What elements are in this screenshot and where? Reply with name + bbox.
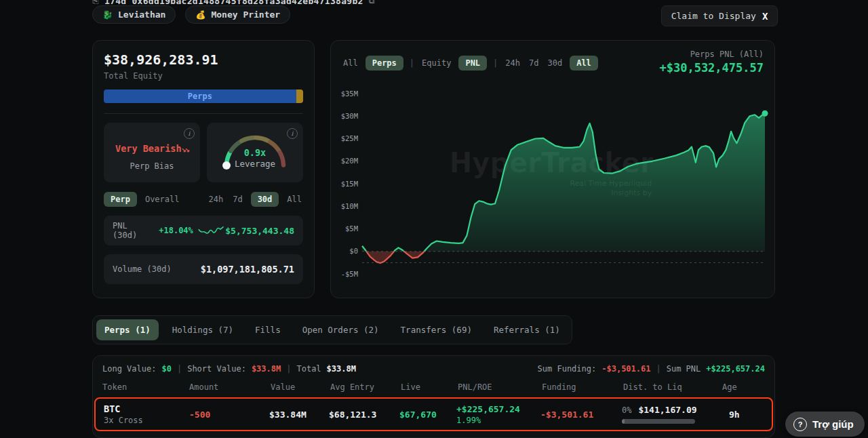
total-equity-label: Total Equity	[104, 71, 303, 81]
column-header: Age	[722, 382, 765, 392]
tab-holdings-7-[interactable]: Holdings (7)	[164, 319, 241, 340]
avg-entry-cell: $68,121.3	[329, 410, 399, 420]
svg-text:$0: $0	[349, 247, 358, 255]
tab-transfers-69-[interactable]: Transfers (69)	[393, 319, 480, 340]
positions-table: Long Value: $0| Short Value: $33.8M| Tot…	[92, 355, 775, 438]
tag-label: Leviathan	[118, 9, 165, 20]
chart-filter-all[interactable]: All	[570, 56, 598, 71]
perp-bias-card: i Very Bearish↘↘ Perp Bias	[104, 123, 200, 182]
pnl-sparkline	[197, 224, 225, 237]
summary-label: Total	[296, 364, 321, 374]
filter-divider: |	[493, 58, 498, 68]
chart-filter-24h[interactable]: 24h	[504, 56, 521, 71]
profile-tags: 🐉 Leviathan 💰 Money Printer	[92, 5, 290, 24]
claim-label: Claim to Display	[671, 11, 756, 21]
summary-label: Sum Funding:	[538, 364, 597, 374]
volume-value: $1,097,181,805.71	[201, 264, 294, 275]
perp-bias-label: Perp Bias	[104, 161, 200, 171]
age-cell: 9h	[721, 410, 764, 420]
column-header: Amount	[189, 382, 271, 392]
token-cell: BTC3x Cross	[104, 403, 189, 425]
funding-cell: -$3,501.61	[540, 410, 622, 420]
filter-divider: |	[410, 58, 414, 68]
summary-value: $33.8M	[252, 364, 281, 374]
table-header-row: TokenAmountValueAvg EntryLivePNL/ROEFund…	[93, 382, 774, 392]
allocation-other-segment	[296, 89, 303, 103]
column-header: Funding	[542, 382, 623, 392]
table-row[interactable]: BTC3x Cross -500 $33.84M $68,121.3 $67,6…	[94, 397, 773, 431]
chart-filter-30d[interactable]: 30d	[546, 56, 564, 71]
pnl-percent: +18.04%	[159, 226, 193, 235]
live-price-cell: $67,670	[399, 410, 456, 420]
summary-label: Sum PNL	[667, 364, 701, 374]
allocation-label: Perps	[188, 92, 212, 101]
volume-label: Volume (30d)	[113, 264, 172, 274]
pnl-label: PNL (30d)	[113, 221, 154, 240]
chart-filter-all[interactable]: All	[342, 56, 359, 71]
separator: |	[177, 364, 182, 374]
svg-text:$35M: $35M	[341, 89, 358, 98]
chart-filter-perps[interactable]: Perps	[366, 56, 403, 71]
x-logo-icon: X	[762, 11, 768, 22]
separator: |	[656, 364, 660, 374]
chart-filter-7d[interactable]: 7d	[528, 56, 540, 71]
pnl-chart-panel: AllPerps|EquityPNL|24h7d30dAll Perps PNL…	[330, 40, 775, 298]
svg-text:$10M: $10M	[341, 202, 358, 210]
equity-panel: $38,926,283.91 Total Equity Perps i Very…	[92, 40, 315, 298]
scope-tab-overall[interactable]: Overall	[144, 192, 181, 207]
column-header: Dist. to Liq	[623, 382, 722, 392]
allocation-bar: Perps	[104, 89, 303, 103]
column-header: Avg Entry	[330, 382, 401, 392]
pnl-value: $5,753,443.48	[225, 226, 294, 236]
profile-tag[interactable]: 💰 Money Printer	[185, 5, 290, 24]
svg-text:-$5M: -$5M	[341, 270, 358, 278]
leverage-value: 0.9x	[207, 147, 303, 158]
positions-summary-left: Long Value: $0| Short Value: $33.8M| Tot…	[102, 364, 356, 374]
question-icon: ?	[793, 418, 807, 431]
tab-referrals-1-[interactable]: Referrals (1)	[486, 319, 568, 340]
volume-30d-row: Volume (30d) $1,097,181,805.71	[104, 254, 303, 284]
help-button[interactable]: ? Trợ giúp	[785, 412, 865, 437]
summary-label: Long Value:	[102, 364, 156, 374]
svg-text:$5M: $5M	[345, 224, 358, 233]
link-icon: ⎘	[92, 0, 99, 5]
allocation-perps-segment: Perps	[104, 89, 296, 103]
chart-summary-label: Perps PNL (All)	[659, 49, 764, 59]
info-icon[interactable]: i	[184, 128, 195, 139]
positions-tabs: Perps (1)Holdings (7)FillsOpen Orders (2…	[92, 315, 572, 344]
svg-text:$20M: $20M	[341, 157, 358, 165]
period-tab-7d[interactable]: 7d	[231, 192, 243, 207]
tab-fills[interactable]: Fills	[247, 319, 289, 340]
summary-value: $33.8M	[327, 364, 356, 374]
profile-tag[interactable]: 🐉 Leviathan	[92, 5, 176, 24]
help-label: Trợ giúp	[812, 418, 854, 430]
divider	[104, 113, 303, 114]
tab-perps-1-[interactable]: Perps (1)	[96, 319, 159, 340]
tab-open-orders-2-[interactable]: Open Orders (2)	[294, 319, 387, 340]
period-tab-24h[interactable]: 24h	[207, 192, 224, 207]
perp-bias-value: Very Bearish↘↘	[104, 143, 200, 154]
positions-summary-right: Sum Funding: -$3,501.61| Sum PNL +$225,6…	[538, 364, 765, 374]
chart-filter-equity[interactable]: Equity	[420, 56, 452, 71]
pnl-area-chart[interactable]: $35M$30M$25M$20M$15M$10M$5M$0-$5M HyperT…	[335, 84, 772, 296]
copy-icon[interactable]: ⧉	[369, 0, 375, 5]
summary-label: Short Value:	[187, 364, 246, 374]
chart-summary: Perps PNL (All) +$30,532,475.57	[659, 49, 764, 75]
svg-text:$25M: $25M	[341, 134, 358, 142]
chart-filter-pnl[interactable]: PNL	[458, 56, 487, 71]
claim-to-display-button[interactable]: Claim to Display X	[661, 5, 778, 26]
period-tabs: 24h7d30dAll	[207, 192, 303, 207]
period-tab-all[interactable]: All	[285, 192, 303, 207]
scope-tabs: PerpOverall	[104, 192, 180, 207]
pnl-30d-row: PNL (30d) +18.04% $5,753,443.48	[104, 216, 303, 245]
amount-cell: -500	[189, 410, 269, 420]
tag-label: Money Printer	[211, 9, 280, 20]
column-header: Live	[401, 382, 458, 392]
leverage-label: Leverage	[207, 159, 303, 169]
column-header: PNL/ROE	[458, 382, 542, 392]
period-tab-30d[interactable]: 30d	[251, 192, 279, 207]
svg-text:$15M: $15M	[341, 180, 358, 188]
scope-tab-perp[interactable]: Perp	[104, 192, 137, 207]
summary-value: -$3,501.61	[601, 364, 650, 374]
column-header: Value	[271, 382, 330, 392]
